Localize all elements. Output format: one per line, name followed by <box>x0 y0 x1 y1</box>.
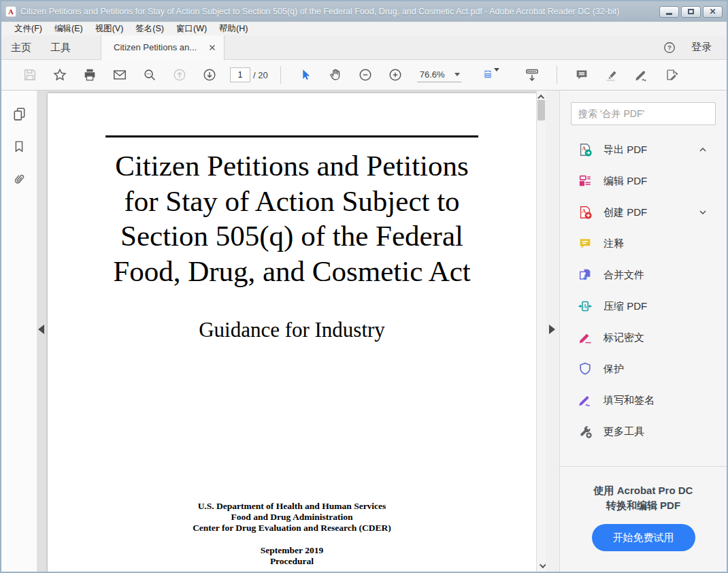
fill-sign-toolbar-button[interactable] <box>633 67 650 83</box>
tool-item-export-pdf[interactable]: A 导出 PDF <box>571 134 716 165</box>
minimize-icon <box>666 13 672 15</box>
tools-panel: A 导出 PDF 编辑 PDF A 创建 PDF 注释 <box>559 91 727 572</box>
hand-tool-button[interactable] <box>327 67 344 83</box>
panel-toggle-strip <box>546 91 559 572</box>
org-line: Food and Drug Administration <box>48 512 536 523</box>
promo-text-line: 使用 Acrobat Pro DC <box>571 483 716 498</box>
chevron-down-icon <box>494 68 499 71</box>
sign-in-button[interactable]: 登录 <box>691 41 712 54</box>
comment-button[interactable] <box>574 67 590 83</box>
page-number-input[interactable] <box>230 67 250 82</box>
comment-tool-icon <box>578 236 593 251</box>
vertical-scrollbar[interactable] <box>536 91 546 572</box>
minimize-button[interactable] <box>659 6 679 18</box>
tool-label: 更多工具 <box>603 425 716 438</box>
org-line: U.S. Department of Health and Human Serv… <box>48 501 536 512</box>
acrobat-app-icon: A <box>5 6 16 17</box>
bookmarks-button[interactable] <box>11 138 27 154</box>
next-page-button[interactable] <box>201 67 218 83</box>
pdf-page[interactable]: Citizen Petitions and Petitions for Stay… <box>48 93 536 572</box>
bookmark-icon <box>12 139 27 154</box>
document-title-line: for Stay of Action Subject to <box>48 184 536 219</box>
scroll-down-button[interactable] <box>537 561 546 570</box>
redact-icon <box>578 330 593 345</box>
tool-item-fill-sign[interactable]: 填写和签名 <box>571 384 716 416</box>
menu-view[interactable]: 视图(V) <box>89 22 130 36</box>
zoom-out-button[interactable] <box>357 67 374 83</box>
page-down-icon <box>202 67 217 82</box>
print-button[interactable] <box>82 67 98 83</box>
paperclip-icon <box>12 171 27 186</box>
document-organization: U.S. Department of Health and Human Serv… <box>48 501 536 534</box>
zoom-level-control[interactable]: 76.6% <box>417 68 461 82</box>
star-icon <box>52 67 67 82</box>
document-subtitle: Guidance for Industry <box>48 318 536 342</box>
tool-item-create-pdf[interactable]: A 创建 PDF <box>571 197 716 228</box>
scrollbar-thumb[interactable] <box>537 100 545 120</box>
fill-sign-pen-icon <box>634 67 649 82</box>
email-button[interactable] <box>112 67 128 83</box>
search-icon <box>142 67 157 82</box>
zoom-level-value: 76.6% <box>420 69 445 80</box>
chevron-down-icon[interactable] <box>695 207 710 218</box>
zoom-out-icon <box>358 67 373 82</box>
tool-label: 合并文件 <box>603 269 716 282</box>
restore-icon <box>688 9 694 14</box>
chevron-up-icon[interactable] <box>695 144 710 155</box>
tool-item-edit-pdf[interactable]: 编辑 PDF <box>571 165 716 197</box>
combine-files-icon <box>578 267 593 282</box>
print-icon <box>82 67 97 82</box>
document-title: Citizen Petitions and Petitions for Stay… <box>48 148 536 289</box>
collapse-left-pane-arrow-icon[interactable] <box>38 325 44 334</box>
protect-icon <box>578 361 593 376</box>
tools-search-input[interactable] <box>571 102 716 125</box>
menu-window[interactable]: 窗口(W) <box>170 22 213 36</box>
tab-close-icon[interactable] <box>208 43 217 52</box>
document-pane[interactable]: Citizen Petitions and Petitions for Stay… <box>37 91 536 572</box>
close-button[interactable]: ✕ <box>703 6 723 18</box>
document-tab[interactable]: Citizen Petitions an... <box>101 35 225 60</box>
window-title: Citizen Petitions and Petitions for Stay… <box>20 7 659 16</box>
menu-file[interactable]: 文件(F) <box>8 22 48 36</box>
date-line: Procedural <box>48 556 536 567</box>
tool-item-more-tools[interactable]: 更多工具 <box>571 416 716 447</box>
zoom-in-button[interactable] <box>387 67 403 83</box>
select-tool-button[interactable] <box>297 67 314 83</box>
promo-text-line: 转换和编辑 PDF <box>571 498 716 513</box>
email-icon <box>112 67 127 82</box>
highlight-button[interactable] <box>603 67 620 83</box>
toolbar-separator <box>557 66 557 84</box>
tool-item-comment[interactable]: 注释 <box>571 228 716 259</box>
page-thumbnails-button[interactable] <box>11 105 27 122</box>
tool-label: 压缩 PDF <box>603 300 716 313</box>
tool-item-combine-files[interactable]: 合并文件 <box>571 259 716 291</box>
save-button[interactable] <box>22 67 38 83</box>
acrobat-pro-promo: 使用 Acrobat Pro DC 转换和编辑 PDF 开始免费试用 <box>571 483 716 551</box>
tool-item-compress-pdf[interactable]: A 压缩 PDF <box>571 291 716 322</box>
menu-sign[interactable]: 签名(S) <box>129 22 170 36</box>
tab-home[interactable]: 主页 <box>1 35 41 59</box>
find-button[interactable] <box>142 67 158 83</box>
attachments-button[interactable] <box>11 171 27 187</box>
collapse-tools-panel-arrow-icon[interactable] <box>549 325 555 334</box>
tool-item-redact[interactable]: 标记密文 <box>571 322 716 353</box>
menu-edit[interactable]: 编辑(E) <box>48 22 89 36</box>
menu-bar: 文件(F) 编辑(E) 视图(V) 签名(S) 窗口(W) 帮助(H) <box>1 22 727 35</box>
edit-pdf-icon <box>578 174 593 189</box>
chevron-down-icon <box>454 73 460 76</box>
document-title-line: Citizen Petitions and Petitions <box>48 148 536 184</box>
help-icon[interactable]: ? <box>663 41 676 54</box>
restore-button[interactable] <box>681 6 701 18</box>
close-icon: ✕ <box>709 7 716 16</box>
page-up-icon <box>172 67 187 82</box>
send-for-signature-button[interactable] <box>663 67 680 83</box>
comment-icon <box>574 67 589 82</box>
menu-help[interactable]: 帮助(H) <box>213 22 254 36</box>
scroll-mode-button[interactable] <box>524 67 540 83</box>
fit-width-button[interactable] <box>483 67 499 83</box>
previous-page-button[interactable] <box>171 67 188 83</box>
tool-item-protect[interactable]: 保护 <box>571 353 716 384</box>
favorites-button[interactable] <box>52 67 68 83</box>
tab-tools[interactable]: 工具 <box>41 35 80 59</box>
start-free-trial-button[interactable]: 开始免费试用 <box>592 524 695 551</box>
